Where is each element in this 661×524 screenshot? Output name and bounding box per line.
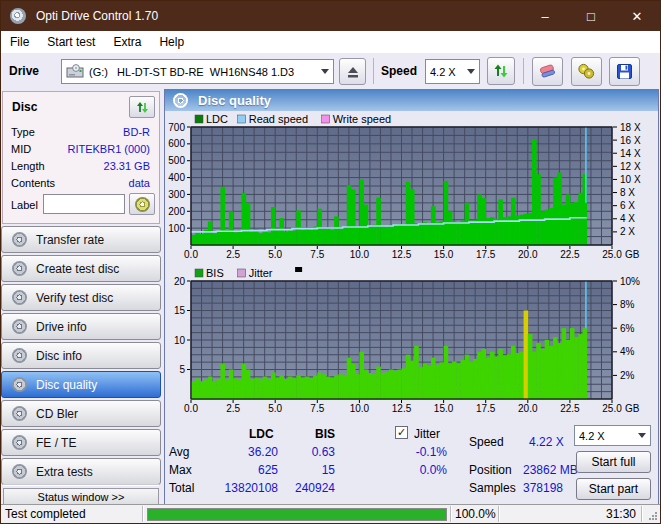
svg-text:12.5: 12.5 bbox=[392, 403, 412, 414]
search-discs-icon bbox=[577, 63, 596, 80]
svg-text:2%: 2% bbox=[620, 370, 635, 381]
svg-text:10.0: 10.0 bbox=[350, 403, 370, 414]
write-label-button[interactable] bbox=[129, 193, 155, 215]
search-discs-button[interactable] bbox=[571, 57, 602, 86]
save-icon bbox=[616, 63, 633, 80]
disc-label-input[interactable] bbox=[43, 194, 125, 214]
svg-text:18 X: 18 X bbox=[620, 122, 641, 133]
svg-text:400: 400 bbox=[168, 172, 185, 183]
sidebar-item-disc-info[interactable]: Disc info bbox=[1, 342, 161, 369]
eraser-icon bbox=[538, 63, 558, 80]
drive-select[interactable]: (G:) HL-DT-ST BD-RE WH16NS48 1.D3 bbox=[61, 59, 334, 84]
disc-quality-panel: Disc quality 1002003004005006007002 X4 X… bbox=[164, 89, 659, 506]
sidebar-item-create-test-disc[interactable]: Create test disc bbox=[1, 255, 161, 282]
svg-text:4%: 4% bbox=[620, 346, 635, 357]
sidebar-item-label: Transfer rate bbox=[36, 233, 104, 247]
titlebar: Opti Drive Control 1.70 – □ ✕ bbox=[1, 1, 660, 31]
svg-text:4 X: 4 X bbox=[620, 213, 635, 224]
sidebar-item-disc-quality[interactable]: Disc quality bbox=[1, 371, 161, 398]
svg-text:14 X: 14 X bbox=[620, 148, 641, 159]
sidebar-item-label: Drive info bbox=[36, 320, 87, 334]
svg-text:22.5: 22.5 bbox=[560, 403, 580, 414]
erase-disc-button[interactable] bbox=[532, 57, 563, 86]
elapsed-time: 31:30 bbox=[501, 507, 636, 521]
panel-title: Disc quality bbox=[198, 93, 271, 108]
bis-jitter-chart: 51015202%4%6%8%10%0.02.55.07.510.012.515… bbox=[165, 265, 658, 417]
start-part-button[interactable]: Start part bbox=[576, 478, 651, 500]
minimize-button[interactable]: – bbox=[522, 1, 568, 31]
svg-text:BIS: BIS bbox=[206, 267, 224, 279]
resize-grip-icon[interactable] bbox=[648, 511, 658, 521]
menu-extra[interactable]: Extra bbox=[104, 31, 150, 53]
svg-text:100: 100 bbox=[168, 223, 185, 234]
disc-contents-value: data bbox=[129, 177, 150, 189]
panel-header: Disc quality bbox=[165, 90, 658, 111]
disc-icon bbox=[12, 232, 27, 247]
sidebar-item-extra-tests[interactable]: Extra tests bbox=[1, 458, 161, 485]
menu-help[interactable]: Help bbox=[150, 31, 193, 53]
svg-text:12 X: 12 X bbox=[620, 161, 641, 172]
toolbar-separator bbox=[523, 58, 524, 84]
svg-text:GB: GB bbox=[625, 403, 640, 414]
speed-select[interactable]: 4.2 X bbox=[425, 59, 480, 84]
check-icon: ✓ bbox=[397, 427, 406, 438]
ldc-total-value: 13820108 bbox=[205, 481, 278, 495]
sidebar-item-label: FE / TE bbox=[36, 436, 76, 450]
disc-mid-value: RITEKBR1 (000) bbox=[67, 143, 150, 155]
disc-refresh-button[interactable] bbox=[129, 96, 155, 118]
disc-contents-row: Contents data bbox=[11, 177, 150, 189]
jitter-checkbox[interactable]: ✓ bbox=[395, 426, 408, 439]
quality-speed-select[interactable]: 4.2 X bbox=[574, 425, 651, 446]
disc-label-label: Label bbox=[11, 199, 38, 211]
svg-text:5.0: 5.0 bbox=[268, 249, 282, 260]
sidebar-item-fe-te[interactable]: FE / TE bbox=[1, 429, 161, 456]
drive-icon bbox=[66, 64, 85, 80]
menu-file[interactable]: File bbox=[1, 31, 38, 53]
save-button[interactable] bbox=[609, 57, 640, 86]
disc-icon bbox=[12, 464, 27, 479]
disc-icon bbox=[173, 93, 188, 108]
svg-text:GB: GB bbox=[625, 249, 640, 260]
status-text: Test completed bbox=[5, 507, 86, 521]
disc-icon bbox=[12, 435, 27, 450]
disc-length-value: 23.31 GB bbox=[104, 160, 150, 172]
ldc-read-write-chart: 1002003004005006007002 X4 X6 X8 X10 X12 … bbox=[165, 111, 658, 263]
svg-text:17.5: 17.5 bbox=[476, 249, 496, 260]
speed-stat-label: Speed bbox=[469, 435, 504, 449]
svg-text:500: 500 bbox=[168, 155, 185, 166]
disc-icon bbox=[12, 348, 27, 363]
progress-percent: 100.0% bbox=[455, 507, 496, 521]
sidebar-item-transfer-rate[interactable]: Transfer rate bbox=[1, 226, 161, 253]
jitter-max-value: 0.0% bbox=[387, 463, 447, 477]
samples-stat-label: Samples bbox=[469, 481, 516, 495]
eject-icon bbox=[346, 65, 360, 79]
drive-label: Drive bbox=[9, 64, 39, 78]
svg-text:6%: 6% bbox=[620, 323, 635, 334]
disc-mid-label: MID bbox=[11, 143, 31, 155]
stats-panel: LDC BIS Avg Max Total 36.20 625 13820108… bbox=[165, 421, 658, 505]
close-button[interactable]: ✕ bbox=[614, 1, 660, 31]
sidebar-item-verify-test-disc[interactable]: Verify test disc bbox=[1, 284, 161, 311]
bis-avg-value: 0.63 bbox=[285, 445, 335, 459]
svg-text:300: 300 bbox=[168, 189, 185, 200]
sidebar-item-cd-bler[interactable]: CD Bler bbox=[1, 400, 161, 427]
disc-info-panel: Disc Type BD-R MID RITEKBR1 (000) Length bbox=[2, 91, 160, 224]
svg-text:20.0: 20.0 bbox=[518, 249, 538, 260]
ldc-avg-value: 36.20 bbox=[205, 445, 278, 459]
disc-type-value: BD-R bbox=[123, 126, 150, 138]
menu-start-test[interactable]: Start test bbox=[38, 31, 104, 53]
start-full-button[interactable]: Start full bbox=[576, 451, 651, 473]
svg-text:25.0: 25.0 bbox=[602, 403, 622, 414]
svg-text:25.0: 25.0 bbox=[602, 249, 622, 260]
svg-text:12.5: 12.5 bbox=[392, 249, 412, 260]
eject-button[interactable] bbox=[339, 58, 366, 85]
refresh-button[interactable] bbox=[487, 57, 515, 85]
app-disc-icon bbox=[10, 8, 26, 24]
statusbar-separator bbox=[142, 506, 143, 522]
svg-text:700: 700 bbox=[168, 122, 185, 133]
svg-text:2 X: 2 X bbox=[620, 226, 635, 237]
progress-bar bbox=[147, 508, 447, 521]
sidebar-item-drive-info[interactable]: Drive info bbox=[1, 313, 161, 340]
svg-text:15.0: 15.0 bbox=[434, 403, 454, 414]
maximize-button[interactable]: □ bbox=[568, 1, 614, 31]
